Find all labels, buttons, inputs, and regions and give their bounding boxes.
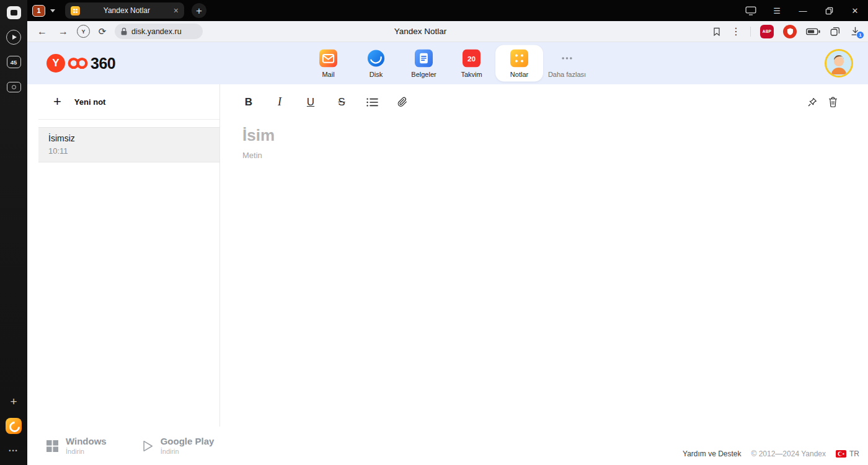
nav-item-label: Belgeler xyxy=(411,71,436,78)
back-button[interactable]: ← xyxy=(35,26,50,37)
note-title: İsimsiz xyxy=(48,133,210,143)
chevron-down-icon[interactable] xyxy=(50,9,55,12)
page-footer: Windows İndirin Google Play İndirin Yard… xyxy=(27,427,868,465)
tableau-button[interactable] xyxy=(5,4,22,20)
nav-item-label: Takvim xyxy=(461,71,482,78)
downloads-button[interactable]: 1 xyxy=(850,26,861,37)
camera-icon xyxy=(7,82,21,92)
notes-app-content: + Yeni not İsimsiz 10:11 B I U S xyxy=(27,84,868,427)
tab-close-button[interactable]: × xyxy=(174,6,179,15)
language-switcher[interactable]: TR xyxy=(836,450,859,458)
notes-panel: + Yeni not İsimsiz 10:11 xyxy=(27,84,220,427)
abp-extension-button[interactable]: ABP xyxy=(760,25,774,38)
toolbar-right-icons: ⋮ ABP 1 xyxy=(712,25,861,38)
app-download-google-play[interactable]: Google Play İndirin xyxy=(143,436,215,456)
paperclip-icon xyxy=(397,96,408,108)
bold-button[interactable]: B xyxy=(242,96,255,108)
plus-icon: + xyxy=(53,95,61,108)
restore-button[interactable] xyxy=(823,5,835,16)
lock-icon xyxy=(120,27,128,36)
more-icon xyxy=(558,50,576,68)
pin-button[interactable] xyxy=(807,97,818,108)
nav-item-documents[interactable]: Belgeler xyxy=(400,45,448,82)
app-text: Google Play İndirin xyxy=(161,436,215,456)
forward-button[interactable]: → xyxy=(56,26,71,37)
logo-y-circle: Y xyxy=(46,54,65,73)
reload-button[interactable]: ⟳ xyxy=(96,26,108,37)
battery-icon xyxy=(806,28,820,35)
app-text: Windows İndirin xyxy=(66,436,107,456)
note-list-item[interactable]: İsimsiz 10:11 xyxy=(38,127,219,162)
disk-icon xyxy=(367,50,385,68)
app-download-windows[interactable]: Windows İndirin xyxy=(46,436,107,456)
screen-share-button[interactable] xyxy=(745,5,756,16)
new-note-button[interactable]: + Yeni not xyxy=(38,84,219,120)
strikethrough-button[interactable]: S xyxy=(335,96,348,108)
collections-button[interactable] xyxy=(830,26,841,37)
note-body-placeholder[interactable]: Metin xyxy=(242,151,838,160)
services-nav: Mail Disk Belgeler 20 xyxy=(304,45,591,82)
turkey-flag-icon xyxy=(836,450,846,458)
camera-button[interactable] xyxy=(5,79,22,95)
nav-item-more[interactable]: Daha fazlası xyxy=(543,45,591,82)
logo-360-text: 360 xyxy=(91,55,115,73)
nav-item-notes[interactable]: Notlar xyxy=(495,45,543,82)
list-button[interactable] xyxy=(366,97,378,107)
toolbar-page-title: Yandex Notlar xyxy=(394,27,447,36)
underline-button[interactable]: U xyxy=(304,96,317,108)
notes-list: İsimsiz 10:11 xyxy=(38,127,219,162)
yandex-services-button[interactable] xyxy=(5,418,22,434)
new-tab-button[interactable]: + xyxy=(192,3,206,18)
window-controls: ☰ — ✕ xyxy=(745,5,861,16)
browser-menu-button[interactable]: ☰ xyxy=(771,5,782,16)
notes-icon xyxy=(510,50,528,68)
toolbar-menu-button[interactable]: ⋮ xyxy=(731,25,741,37)
italic-button[interactable]: I xyxy=(273,95,286,108)
list-icon xyxy=(366,97,378,107)
app-name: Google Play xyxy=(161,436,215,447)
sidebar-add-button[interactable]: + xyxy=(5,393,22,409)
attach-button[interactable] xyxy=(397,96,408,108)
editor-toolbar: B I U S xyxy=(242,84,838,120)
avatar[interactable] xyxy=(825,49,853,78)
sidebar-bottom-group: + ••• xyxy=(5,393,22,459)
browser-window: 45 + ••• 1 Yandex Notlar xyxy=(0,0,868,465)
avatar-image xyxy=(826,51,851,76)
svg-text:20: 20 xyxy=(467,55,476,63)
close-window-button[interactable]: ✕ xyxy=(849,5,861,16)
browser-tab-active[interactable]: Yandex Notlar × xyxy=(65,2,184,19)
google-play-icon xyxy=(143,440,153,452)
note-editor: B I U S xyxy=(220,84,868,427)
copyright: © 2012—2024 Yandex xyxy=(751,450,826,458)
tabs-counter-button[interactable]: 45 xyxy=(5,54,22,70)
restore-icon xyxy=(825,7,833,15)
yandex-home-button[interactable]: Y xyxy=(77,25,90,38)
ellipsis-icon: ••• xyxy=(9,448,18,454)
windows-icon xyxy=(46,440,58,452)
notes-favicon-icon xyxy=(71,6,80,16)
yandex360-logo[interactable]: Y 360 xyxy=(27,54,115,73)
nav-item-label: Disk xyxy=(370,71,383,78)
battery-button[interactable] xyxy=(806,28,820,35)
tableau-icon xyxy=(7,6,21,19)
panels-icon xyxy=(830,26,841,37)
new-note-label: Yeni not xyxy=(74,97,106,107)
app-subtitle: İndirin xyxy=(161,448,215,455)
footer-right: Yardım ve Destek © 2012—2024 Yandex TR xyxy=(683,450,859,458)
tab-title: Yandex Notlar xyxy=(85,6,169,15)
screen-icon xyxy=(745,6,756,16)
nav-item-calendar[interactable]: 20 Takvim xyxy=(448,45,495,82)
help-link[interactable]: Yardım ve Destek xyxy=(683,450,741,458)
bookmark-button[interactable] xyxy=(712,26,722,37)
tab-group-badge[interactable]: 1 xyxy=(32,5,45,17)
sidebar-more-button[interactable]: ••• xyxy=(5,443,22,459)
minimize-button[interactable]: — xyxy=(797,5,808,16)
note-title-placeholder[interactable]: İsim xyxy=(242,126,838,145)
adblock-extension-button[interactable] xyxy=(783,25,797,38)
nav-item-mail[interactable]: Mail xyxy=(304,45,352,82)
editor-actions xyxy=(807,96,838,108)
video-play-button[interactable] xyxy=(5,29,22,45)
delete-note-button[interactable] xyxy=(828,96,838,108)
address-bar[interactable]: disk.yandex.ru xyxy=(115,24,203,39)
nav-item-disk[interactable]: Disk xyxy=(352,45,400,82)
